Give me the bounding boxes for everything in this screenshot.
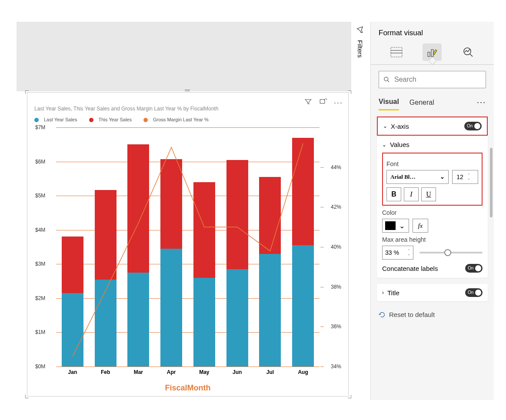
- bar-Feb[interactable]: Feb: [95, 127, 117, 367]
- bar-Apr[interactable]: Apr: [160, 127, 182, 367]
- x-axis-category: Jun: [226, 369, 248, 375]
- y2-axis-tick: 34%: [331, 363, 341, 370]
- section-title: › Title On: [377, 284, 488, 301]
- scrollbar-thumb[interactable]: [490, 148, 493, 217]
- chart-title: Last Year Sales, This Year Sales and Gro…: [34, 106, 218, 112]
- tab-visual[interactable]: Visual: [379, 94, 399, 110]
- max-height-slider[interactable]: [419, 252, 483, 253]
- y-axis-tick: $0M: [35, 363, 45, 370]
- x-axis-title: FiscalMonth: [165, 383, 210, 393]
- values-header[interactable]: ⌄ Values: [382, 138, 483, 151]
- y-axis-tick: $7M: [35, 124, 45, 130]
- bar-Aug[interactable]: Aug: [292, 127, 314, 367]
- concatenate-label: Concatenate labels: [382, 265, 438, 272]
- bold-button[interactable]: B: [386, 187, 401, 201]
- color-label: Color: [382, 209, 483, 216]
- reset-to-default[interactable]: Reset to default: [377, 307, 488, 322]
- tabs-more-icon[interactable]: ···: [477, 98, 486, 107]
- build-visual-tab[interactable]: [387, 43, 406, 61]
- concatenate-toggle[interactable]: On: [465, 264, 483, 273]
- max-height-label: Max area height: [382, 236, 483, 243]
- tab-general[interactable]: General: [409, 95, 434, 110]
- more-options-icon[interactable]: ···: [334, 98, 343, 107]
- format-mode-tabs: [371, 41, 494, 61]
- y-axis-tick: $3M: [35, 261, 45, 267]
- title-header[interactable]: › Title On: [377, 284, 488, 301]
- y-axis-tick: $4M: [35, 227, 45, 233]
- filters-pane-collapsed[interactable]: Filters: [356, 26, 370, 58]
- bar-May[interactable]: May: [193, 127, 215, 367]
- svg-rect-1: [391, 47, 402, 57]
- max-height-input[interactable]: 33 % ⌃⌄: [382, 246, 413, 260]
- color-chip: [385, 221, 396, 230]
- bar-Jul[interactable]: Jul: [259, 127, 281, 367]
- y2-axis-tick: 44%: [331, 164, 341, 170]
- font-size-input[interactable]: ⌃⌄: [452, 170, 478, 184]
- spinner-down[interactable]: ⌄: [467, 177, 470, 180]
- x-axis-category: Apr: [160, 369, 182, 375]
- chevron-right-icon: ›: [382, 290, 384, 296]
- drag-grip-icon[interactable]: ═: [185, 87, 190, 94]
- slider-thumb[interactable]: [444, 249, 451, 256]
- y2-axis-tick: 42%: [331, 204, 341, 210]
- report-canvas-bg: [17, 22, 351, 91]
- x-axis-label: X-axis: [391, 123, 409, 130]
- bar-Mar[interactable]: Mar: [127, 127, 149, 367]
- format-pane: Format visual Visual General ··· ⌄ X-axi…: [370, 22, 494, 400]
- color-picker[interactable]: ⌄: [382, 219, 409, 233]
- reset-icon: [379, 311, 386, 318]
- svg-point-8: [384, 77, 388, 81]
- y2-axis-tick: 36%: [331, 323, 341, 330]
- chevron-down-icon: ⌄: [399, 222, 405, 230]
- focus-mode-icon[interactable]: [319, 98, 327, 107]
- chart-plot-area: $0M$1M$2M$3M$4M$5M$6M$7M34%36%38%40%42%4…: [34, 127, 341, 374]
- analytics-tab[interactable]: [459, 43, 478, 61]
- filter-icon[interactable]: [304, 98, 312, 107]
- svg-rect-4: [428, 52, 430, 57]
- y2-axis-tick: 38%: [331, 284, 341, 290]
- y2-axis-tick: 40%: [331, 244, 341, 250]
- x-axis-toggle[interactable]: On: [464, 122, 482, 130]
- search-input[interactable]: [394, 76, 481, 83]
- title-toggle[interactable]: On: [465, 288, 483, 297]
- x-axis-category: Feb: [95, 369, 117, 375]
- spinner-down[interactable]: ⌄: [407, 253, 410, 256]
- section-x-axis: ⌄ X-axis On ⌄ Values Font Arial Bl… ⌄: [377, 117, 488, 278]
- search-icon: [383, 76, 390, 83]
- format-visual-tab[interactable]: [423, 43, 442, 61]
- filters-label: Filters: [356, 40, 364, 58]
- chevron-down-icon: ⌄: [440, 173, 445, 180]
- svg-line-7: [470, 54, 473, 57]
- x-axis-header[interactable]: ⌄ X-axis On: [377, 117, 488, 136]
- x-axis-category: Aug: [292, 369, 314, 375]
- underline-button[interactable]: U: [421, 187, 436, 201]
- chart-visual[interactable]: ═ ··· Last Year Sales, This Year Sales a…: [27, 92, 349, 397]
- x-axis-category: May: [193, 369, 215, 375]
- y-axis-tick: $5M: [35, 193, 45, 199]
- x-axis-category: Jul: [259, 369, 281, 375]
- values-label: Values: [390, 141, 409, 148]
- title-label: Title: [387, 289, 399, 297]
- x-axis-category: Jan: [62, 369, 83, 375]
- format-scroll-area[interactable]: ⌄ X-axis On ⌄ Values Font Arial Bl… ⌄: [371, 110, 494, 397]
- y-axis-tick: $1M: [35, 329, 45, 335]
- fx-button[interactable]: fx: [413, 219, 428, 233]
- svg-line-9: [387, 80, 389, 82]
- italic-button[interactable]: I: [404, 187, 419, 201]
- x-axis-category: Mar: [127, 369, 149, 375]
- y-axis-tick: $6M: [35, 159, 45, 165]
- chevron-down-icon: ⌄: [382, 142, 386, 148]
- font-family-select[interactable]: Arial Bl… ⌄: [386, 170, 449, 184]
- font-settings-group: Font Arial Bl… ⌄ ⌃⌄ B I: [382, 153, 483, 206]
- chart-legend: Last Year Sales This Year Sales Gross Ma…: [34, 117, 219, 122]
- y-axis-tick: $2M: [35, 295, 45, 301]
- filters-icon: [355, 25, 366, 36]
- bar-Jan[interactable]: Jan: [62, 127, 83, 367]
- svg-rect-5: [431, 50, 433, 57]
- pane-title: Format visual: [371, 22, 494, 41]
- chevron-down-icon: ⌄: [383, 123, 387, 129]
- font-label: Font: [386, 160, 478, 167]
- search-input-wrap[interactable]: [379, 71, 486, 88]
- bar-Jun[interactable]: Jun: [226, 127, 248, 367]
